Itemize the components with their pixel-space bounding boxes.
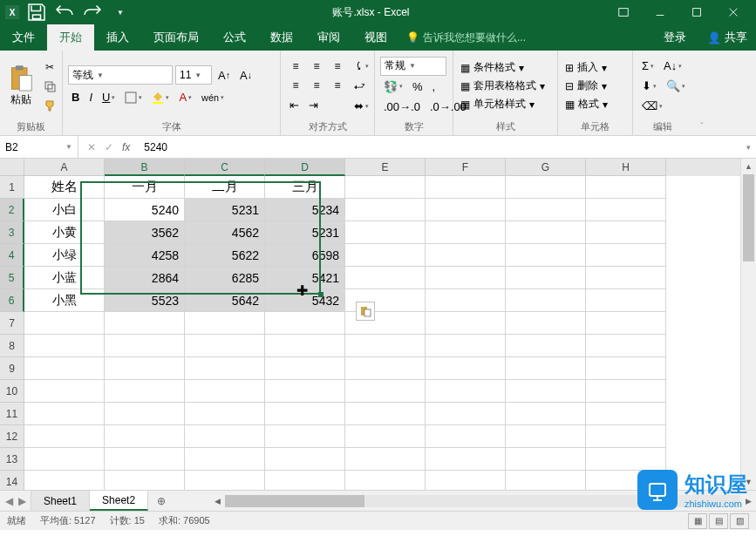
cancel-formula-icon[interactable]: ✕ — [87, 141, 96, 153]
normal-view-icon[interactable]: ▦ — [688, 513, 707, 529]
row-header[interactable]: 13 — [0, 448, 24, 471]
col-header[interactable]: E — [345, 159, 426, 176]
cell[interactable]: 5523 — [105, 289, 185, 312]
cell[interactable] — [105, 335, 185, 357]
cell[interactable] — [586, 244, 666, 267]
cell[interactable] — [185, 357, 265, 380]
cell[interactable]: 5642 — [185, 289, 265, 312]
cell[interactable] — [24, 380, 105, 403]
cell[interactable] — [24, 448, 105, 471]
cell[interactable] — [105, 425, 185, 448]
format-painter-icon[interactable] — [40, 97, 59, 114]
cell[interactable] — [586, 403, 666, 425]
row-header[interactable]: 6 — [0, 289, 24, 312]
increase-font-icon[interactable]: A↑ — [215, 66, 234, 85]
cell[interactable] — [506, 267, 586, 289]
cell[interactable]: 姓名 — [24, 176, 105, 199]
cell[interactable] — [506, 335, 586, 357]
cell[interactable] — [265, 403, 345, 425]
cell[interactable] — [586, 357, 666, 380]
accounting-format-icon[interactable]: 💱▾ — [380, 78, 406, 96]
conditional-format-button[interactable]: ▦条件格式▾ — [459, 59, 547, 76]
cell[interactable] — [265, 357, 345, 380]
tab-pagelayout[interactable]: 页面布局 — [141, 24, 211, 51]
cell[interactable] — [105, 403, 185, 425]
autosum-icon[interactable]: Σ▾ — [638, 57, 657, 75]
cell[interactable] — [185, 335, 265, 357]
cell[interactable]: 3562 — [105, 221, 185, 244]
cell[interactable] — [24, 471, 105, 490]
cell[interactable]: 一月 — [105, 176, 185, 199]
cell[interactable]: 5231 — [265, 221, 345, 244]
cell[interactable] — [586, 199, 666, 221]
row-header[interactable]: 2 — [0, 199, 24, 221]
share-button[interactable]: 👤 共享 — [698, 30, 756, 45]
cell[interactable] — [426, 267, 506, 289]
align-top-icon[interactable]: ≡ — [286, 58, 305, 75]
cell[interactable] — [506, 289, 586, 312]
tab-review[interactable]: 审阅 — [305, 24, 352, 51]
cell[interactable] — [345, 335, 426, 357]
tab-home[interactable]: 开始 — [47, 24, 94, 51]
cell[interactable] — [506, 176, 586, 199]
cell[interactable] — [506, 380, 586, 403]
cell[interactable] — [586, 335, 666, 357]
paste-button[interactable]: 粘贴 — [5, 63, 37, 109]
cell[interactable]: 5231 — [185, 199, 265, 221]
cell[interactable] — [105, 357, 185, 380]
cell[interactable] — [185, 448, 265, 471]
cell[interactable] — [265, 448, 345, 471]
decrease-font-icon[interactable]: A↓ — [236, 66, 255, 85]
select-all-button[interactable] — [0, 159, 24, 176]
save-icon[interactable] — [26, 2, 47, 23]
row-header[interactable]: 4 — [0, 244, 24, 267]
increase-indent-icon[interactable]: ⇥ — [305, 96, 322, 114]
cell[interactable] — [426, 425, 506, 448]
tab-view[interactable]: 视图 — [352, 24, 399, 51]
cell[interactable]: 二月 — [185, 176, 265, 199]
cell[interactable] — [426, 176, 506, 199]
cell[interactable]: 小蓝 — [24, 267, 105, 289]
find-select-icon[interactable]: 🔍▾ — [663, 77, 689, 95]
enter-formula-icon[interactable]: ✓ — [105, 141, 113, 153]
row-header[interactable]: 12 — [0, 425, 24, 448]
font-size-combo[interactable]: 11▼ — [175, 65, 212, 85]
close-icon[interactable] — [716, 0, 751, 24]
prev-sheet-icon[interactable]: ◀ — [5, 495, 13, 507]
cell[interactable] — [586, 380, 666, 403]
cell[interactable]: 4258 — [105, 244, 185, 267]
cell[interactable] — [586, 289, 666, 312]
cell[interactable]: 三月 — [265, 176, 345, 199]
cell[interactable] — [24, 357, 105, 380]
phonetic-button[interactable]: wén▾ — [198, 90, 228, 105]
merge-center-icon[interactable]: ⬌▾ — [351, 97, 372, 115]
cell[interactable] — [426, 244, 506, 267]
fill-color-button[interactable]: ▾ — [148, 89, 173, 106]
paste-options-button[interactable] — [356, 302, 375, 321]
decrease-indent-icon[interactable]: ⇤ — [286, 96, 303, 114]
row-header[interactable]: 3 — [0, 221, 24, 244]
tab-file[interactable]: 文件 — [0, 24, 47, 51]
expand-formula-bar-icon[interactable]: ▾ — [741, 143, 756, 152]
percent-format-icon[interactable]: % — [409, 78, 426, 96]
col-header[interactable]: A — [24, 159, 105, 176]
cell[interactable] — [426, 380, 506, 403]
number-format-combo[interactable]: 常规▼ — [380, 57, 446, 76]
horizontal-scrollbar[interactable]: ◀ ▶ — [209, 491, 756, 511]
page-break-view-icon[interactable]: ▧ — [730, 513, 749, 529]
cell[interactable] — [426, 335, 506, 357]
cell[interactable] — [345, 380, 426, 403]
border-button[interactable]: ▾ — [121, 89, 146, 106]
cell[interactable] — [24, 335, 105, 357]
align-center-icon[interactable]: ≡ — [307, 77, 326, 94]
cell[interactable] — [105, 312, 185, 335]
table-format-button[interactable]: ▦套用表格格式▾ — [459, 78, 547, 94]
insert-cells-button[interactable]: ⊞插入▾ — [563, 59, 610, 76]
next-sheet-icon[interactable]: ▶ — [18, 495, 26, 507]
col-header[interactable]: D — [265, 159, 345, 176]
redo-icon[interactable] — [82, 2, 103, 23]
cell[interactable] — [265, 425, 345, 448]
cell[interactable] — [185, 403, 265, 425]
cell[interactable] — [345, 267, 426, 289]
cell[interactable]: 6285 — [185, 267, 265, 289]
